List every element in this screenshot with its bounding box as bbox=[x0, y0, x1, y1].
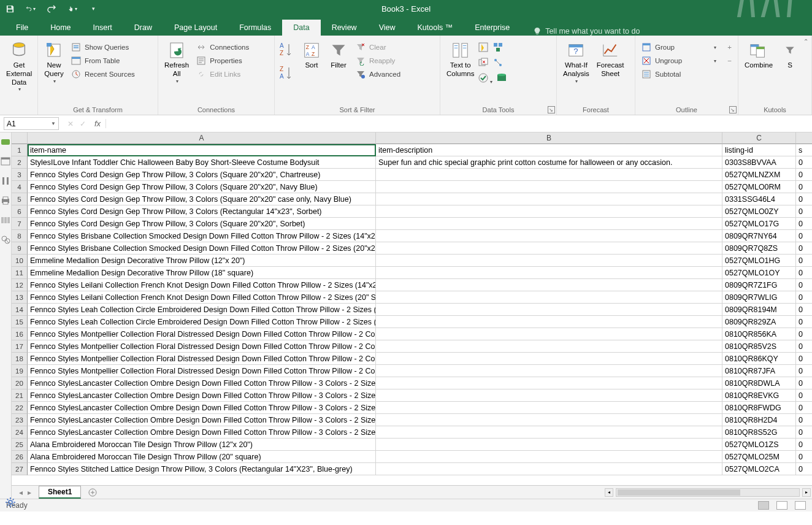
cell[interactable]: 0810QR8EVKG bbox=[722, 389, 796, 402]
cell[interactable]: 0 bbox=[796, 169, 812, 181]
cell[interactable]: 0527QMLO2CA bbox=[722, 463, 796, 475]
ribbon-tab-review[interactable]: Review bbox=[321, 20, 368, 36]
page-break-view-button[interactable] bbox=[795, 501, 806, 510]
cell[interactable]: Fennco Styles Montpellier Collection Flo… bbox=[28, 328, 376, 340]
cell[interactable]: Fennco Styles Cord Design Gep Throw Pill… bbox=[28, 181, 376, 193]
cell[interactable]: 0 bbox=[796, 439, 812, 451]
cell[interactable]: 0527QMLO1HG bbox=[722, 255, 796, 267]
cell[interactable] bbox=[376, 451, 722, 463]
cell[interactable]: Fennco Styles Montpellier Collection Flo… bbox=[28, 365, 376, 377]
row-header[interactable]: 27 bbox=[12, 463, 28, 475]
cell[interactable]: 0 bbox=[796, 316, 812, 328]
cell[interactable]: Fennco Styles Montpellier Collection Flo… bbox=[28, 353, 376, 365]
cell[interactable]: Alana Embroidered Moroccan Tile Design T… bbox=[28, 439, 376, 451]
column-header[interactable]: B bbox=[376, 132, 722, 144]
recent-sources-button[interactable]: Recent Sources bbox=[67, 67, 139, 81]
ribbon-tab-file[interactable]: File bbox=[5, 20, 39, 36]
row-header[interactable]: 11 bbox=[12, 267, 28, 279]
new-query-button[interactable]: New Query▾ bbox=[40, 38, 67, 85]
cell[interactable]: Fennco StylesLancaster Collection Ombre … bbox=[28, 414, 376, 426]
cell[interactable] bbox=[376, 439, 722, 451]
group-button[interactable]: Group▾+ bbox=[638, 40, 735, 54]
row-header[interactable]: 22 bbox=[12, 402, 28, 414]
cell[interactable]: Fennco StylesLancaster Collection Ombre … bbox=[28, 389, 376, 402]
rail-barcode-icon[interactable] bbox=[0, 215, 11, 226]
settings-gear-icon[interactable] bbox=[5, 497, 16, 508]
cell[interactable]: 0527QMLO1OY bbox=[722, 267, 796, 279]
cell[interactable]: 0 bbox=[796, 402, 812, 414]
row-header[interactable]: 17 bbox=[12, 340, 28, 353]
from-table-button[interactable]: From Table bbox=[67, 54, 139, 67]
cell[interactable]: Alana Embroidered Moroccan Tile Design T… bbox=[28, 451, 376, 463]
cell[interactable]: 0810QR8H2D4 bbox=[722, 414, 796, 426]
ribbon-tab-home[interactable]: Home bbox=[39, 20, 82, 36]
consolidate-icon[interactable] bbox=[492, 42, 504, 55]
cell[interactable] bbox=[376, 169, 722, 181]
row-header[interactable]: 4 bbox=[12, 181, 28, 193]
column-header[interactable]: A bbox=[28, 132, 376, 144]
cell[interactable]: 0809QR7WLIG bbox=[722, 291, 796, 304]
cell[interactable]: Emmeline Medallion Design Decorative Thr… bbox=[28, 255, 376, 267]
ribbon-tab-draw[interactable]: Draw bbox=[123, 20, 163, 36]
cell[interactable]: 0 bbox=[796, 279, 812, 291]
cell[interactable]: 0 bbox=[796, 205, 812, 218]
tab-nav-prev-icon[interactable]: ◂ bbox=[19, 488, 23, 497]
rail-window-icon[interactable] bbox=[0, 156, 11, 167]
super-button[interactable]: S bbox=[776, 38, 803, 71]
add-sheet-button[interactable] bbox=[86, 487, 99, 498]
cell[interactable]: 0810QR86KQY bbox=[722, 353, 796, 365]
cell[interactable]: 0 bbox=[796, 218, 812, 230]
row-header[interactable]: 14 bbox=[12, 304, 28, 316]
row-header[interactable]: 26 bbox=[12, 451, 28, 463]
cell[interactable] bbox=[376, 365, 722, 377]
cell[interactable]: Fennco Styles Cord Design Gep Throw Pill… bbox=[28, 169, 376, 181]
page-layout-view-button[interactable] bbox=[776, 501, 787, 510]
cell[interactable] bbox=[376, 426, 722, 439]
cell[interactable]: 0 bbox=[796, 304, 812, 316]
cell[interactable]: Emmeline Medallion Design Decorative Thr… bbox=[28, 267, 376, 279]
scroll-left-icon[interactable]: ◂ bbox=[605, 488, 613, 497]
cell[interactable]: 0 bbox=[796, 451, 812, 463]
row-header[interactable]: 16 bbox=[12, 328, 28, 340]
ungroup-button[interactable]: Ungroup▾− bbox=[638, 54, 735, 67]
grid-cells[interactable]: item-nameitem-descriptionlisting-idsStyl… bbox=[28, 144, 812, 475]
cell[interactable]: 0 bbox=[796, 230, 812, 242]
cell[interactable]: s bbox=[796, 144, 812, 156]
cell[interactable] bbox=[376, 267, 722, 279]
data-validation-icon[interactable]: ▾ bbox=[478, 72, 492, 85]
cell[interactable]: 0 bbox=[796, 365, 812, 377]
cell[interactable] bbox=[376, 340, 722, 353]
column-header[interactable] bbox=[796, 132, 812, 144]
cell[interactable]: 0527QMLO25M bbox=[722, 451, 796, 463]
cell[interactable]: Fennco StylesLancaster Collection Ombre … bbox=[28, 426, 376, 439]
cell[interactable] bbox=[376, 205, 722, 218]
cell[interactable]: 0810QR85V2S bbox=[722, 340, 796, 353]
touch-mode-icon[interactable]: ▾ bbox=[67, 4, 77, 13]
select-all-corner[interactable] bbox=[12, 132, 28, 144]
advanced-button[interactable]: Advanced bbox=[352, 67, 404, 81]
forecast-sheet-button[interactable]: Forecast Sheet bbox=[593, 38, 628, 80]
cell[interactable] bbox=[376, 218, 722, 230]
relationships-icon[interactable] bbox=[492, 57, 504, 70]
cell[interactable]: 0 bbox=[796, 340, 812, 353]
row-header[interactable]: 3 bbox=[12, 169, 28, 181]
cell[interactable]: Fennco Styles Leilani Collection French … bbox=[28, 279, 376, 291]
rail-print-icon[interactable] bbox=[0, 195, 11, 206]
cell[interactable]: 0 bbox=[796, 242, 812, 255]
ribbon-tab-page-layout[interactable]: Page Layout bbox=[163, 20, 228, 36]
row-header[interactable]: 23 bbox=[12, 414, 28, 426]
ribbon-tab-formulas[interactable]: Formulas bbox=[228, 20, 282, 36]
rail-shape-icon[interactable] bbox=[0, 136, 11, 147]
cell[interactable]: listing-id bbox=[722, 144, 796, 156]
cell[interactable]: Fennco Styles Leah Collection Circle Emb… bbox=[28, 316, 376, 328]
row-header[interactable]: 18 bbox=[12, 353, 28, 365]
redo-icon[interactable] bbox=[47, 4, 56, 13]
rail-column-icon[interactable] bbox=[0, 175, 11, 186]
cell[interactable]: Fennco Styles Cord Design Gep Throw Pill… bbox=[28, 193, 376, 205]
cell[interactable]: 0810QR856KA bbox=[722, 328, 796, 340]
cell[interactable]: 0 bbox=[796, 267, 812, 279]
cell[interactable]: 0303S8BVVAA bbox=[722, 156, 796, 169]
cell[interactable]: 0 bbox=[796, 426, 812, 439]
cell[interactable]: Fennco Styles Leah Collection Circle Emb… bbox=[28, 304, 376, 316]
row-header[interactable]: 8 bbox=[12, 230, 28, 242]
